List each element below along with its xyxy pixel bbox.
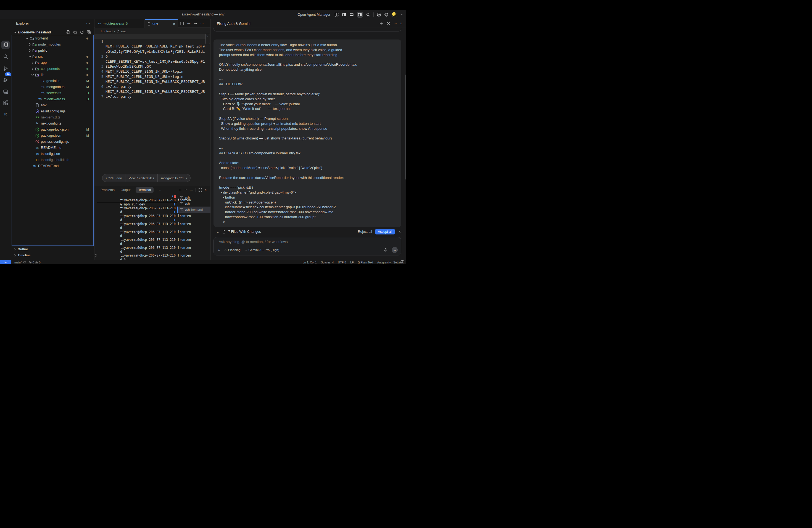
terminal-output[interactable]: tiyaverma@dhcp-206-87-113-210 fronten % … [95, 194, 177, 260]
collapse-all-icon[interactable] [87, 30, 91, 34]
code-line[interactable]: 1 NEXT_PUBLIC_CLERK_PUBLISHABLE_KEY=pk_t… [95, 34, 205, 39]
new-folder-icon[interactable] [73, 30, 77, 34]
terminal-profile-chevron-icon[interactable] [185, 189, 187, 191]
breadcrumb-file[interactable]: env [121, 30, 127, 33]
timeline-section[interactable]: Timeline [11, 252, 94, 258]
mode-picker[interactable]: Planning [224, 248, 241, 252]
nav-prev-file[interactable]: ‹ ⌥H .env [102, 174, 125, 182]
tree-item[interactable]: frontend [12, 35, 93, 41]
toggle-bottom-panel-icon[interactable] [349, 12, 354, 17]
problems-status[interactable]: 0 0 [29, 261, 41, 264]
tree-item[interactable]: { } tsconfig.tsbuildinfo [12, 157, 93, 163]
code-line[interactable]: 7 [95, 89, 205, 94]
close-panel-icon[interactable]: × [205, 188, 207, 192]
tab-env[interactable]: env × [145, 19, 178, 28]
tree-item[interactable]: TS secrets.ts U [12, 90, 93, 96]
customize-layout-icon[interactable] [334, 12, 339, 17]
minimap[interactable]: E [205, 34, 210, 44]
attach-icon[interactable]: + [218, 248, 220, 252]
code-line[interactable]: 4 NEXT_PUBLIC_CLERK_SIGN_UP_URL=/login [95, 64, 205, 69]
chat-scrollbar[interactable] [405, 75, 406, 179]
code-line[interactable]: 8L9nqWoo2Kn5BXcKMhbGX [95, 54, 205, 59]
refresh-icon[interactable] [80, 30, 84, 34]
new-file-icon[interactable] [66, 30, 70, 34]
mic-icon[interactable] [383, 248, 388, 252]
r-extension-activity-icon[interactable]: R [1, 110, 10, 118]
nav-next-file[interactable]: mongodb.ts ⌥L › [157, 174, 190, 182]
history-icon[interactable] [387, 21, 391, 26]
tree-item[interactable]: M↓ README.md [12, 163, 93, 169]
tree-item[interactable]: TS middleware.ts U [12, 96, 93, 102]
code-line[interactable]: L=/tea-party [95, 84, 205, 89]
remote-explorer-activity-icon[interactable] [1, 87, 10, 96]
send-button[interactable]: → [392, 247, 398, 253]
explorer-activity-icon[interactable] [1, 41, 10, 49]
tree-item[interactable]: node_modules [12, 41, 93, 47]
tree-item[interactable]: public [12, 47, 93, 54]
sidebar-more-icon[interactable]: ··· [86, 21, 90, 25]
tree-item[interactable]: components [12, 66, 93, 72]
outline-section[interactable]: Outline [11, 246, 94, 252]
chat-input[interactable] [218, 239, 374, 244]
account-avatar[interactable] [392, 12, 397, 17]
tab-middleware[interactable]: TS middleware.ts U [95, 19, 145, 28]
account-chevron-icon[interactable] [400, 13, 403, 16]
tree-item[interactable]: N next.config.ts [12, 120, 93, 127]
tree-item[interactable]: env [12, 102, 93, 108]
terminal-session-item[interactable]: zsh frontend [177, 207, 211, 212]
maximize-panel-icon[interactable] [198, 188, 202, 192]
breadcrumb[interactable]: frontend › env [101, 28, 127, 34]
tab-terminal[interactable]: Terminal [135, 187, 154, 193]
model-picker[interactable]: Gemini 3.1 Pro (High) [244, 248, 279, 252]
search-activity-icon[interactable] [1, 52, 10, 60]
run-debug-activity-icon[interactable] [1, 76, 10, 84]
tree-item[interactable]: eslint.config.mjs [12, 108, 93, 114]
workspace-row[interactable]: alice-in-wellnessland [11, 29, 94, 35]
tree-item[interactable]: TS next-env.d.ts [12, 114, 93, 120]
tree-item[interactable]: lib [12, 72, 93, 78]
code-editor[interactable]: 1 NEXT_PUBLIC_CLERK_PUBLISHABLE_KEY=pk_t… [95, 34, 205, 94]
close-tab-icon[interactable]: × [173, 22, 175, 26]
breadcrumb-folder[interactable]: frontend [101, 30, 112, 33]
go-forward-icon[interactable]: → [194, 21, 197, 26]
status-item[interactable]: {} Plain Text [358, 261, 373, 264]
panel-more-tabs-icon[interactable]: ··· [157, 188, 162, 192]
files-with-changes-label[interactable]: 7 Files With Changes [228, 230, 261, 234]
tree-item[interactable]: app [12, 60, 93, 66]
browser-icon[interactable] [377, 12, 381, 17]
code-line[interactable]: 5 NEXT_PUBLIC_CLERK_SIGN_IN_FALLBACK_RED… [95, 69, 205, 74]
tree-item[interactable]: src [12, 54, 93, 60]
code-line[interactable]: 2 CLERK_SECRET_KEY=sk_test_1MXjPzwEsn6a6… [95, 49, 205, 54]
source-control-activity-icon[interactable] [1, 64, 10, 73]
status-item[interactable]: Spaces: 4 [321, 261, 334, 264]
code-line[interactable]: L=/tea-party [95, 74, 205, 79]
back-arrow-icon[interactable]: ← [216, 230, 220, 234]
split-editor-icon[interactable] [180, 21, 184, 26]
go-back-icon[interactable]: ← [187, 21, 191, 26]
tree-item[interactable]: JS package.json M [12, 133, 93, 138]
code-line[interactable]: Q [95, 44, 205, 49]
settings-gear-icon[interactable] [384, 12, 389, 17]
terminal-session-item[interactable]: zsh [177, 194, 211, 201]
collapse-chevron-icon[interactable] [398, 230, 402, 234]
accept-all-button[interactable]: Accept all [375, 229, 395, 234]
git-branch-status[interactable]: main* [14, 261, 26, 264]
code-line[interactable]: 6 NEXT_PUBLIC_CLERK_SIGN_UP_FALLBACK_RED… [95, 79, 205, 84]
open-agent-manager-button[interactable]: Open Agent Manager [298, 13, 330, 17]
new-chat-icon[interactable] [379, 21, 383, 26]
view-edited-files-button[interactable]: View 7 edited files [125, 174, 157, 182]
close-chat-icon[interactable]: × [400, 21, 402, 26]
terminal-more-icon[interactable]: ··· [190, 188, 193, 192]
status-item[interactable]: Ln 1, Col 1 [303, 261, 317, 264]
chat-more-icon[interactable]: ··· [394, 21, 397, 25]
toggle-right-sidebar-icon[interactable] [357, 12, 363, 18]
new-terminal-icon[interactable] [178, 188, 182, 192]
terminal-session-item[interactable]: zsh [177, 201, 211, 207]
status-item[interactable]: LF [350, 261, 353, 264]
code-line[interactable]: bGluZy1yYXR0bGVyLTgwLmNsZXJrLmFjY291bnRz… [95, 39, 205, 44]
remote-indicator[interactable]: >< [0, 260, 11, 264]
tree-item[interactable]: postcss.config.mjs [12, 138, 93, 145]
reject-all-button[interactable]: Reject all [358, 230, 372, 234]
more-actions-icon[interactable]: ··· [200, 21, 204, 25]
tree-item[interactable]: TS gemini.ts M [12, 78, 93, 84]
